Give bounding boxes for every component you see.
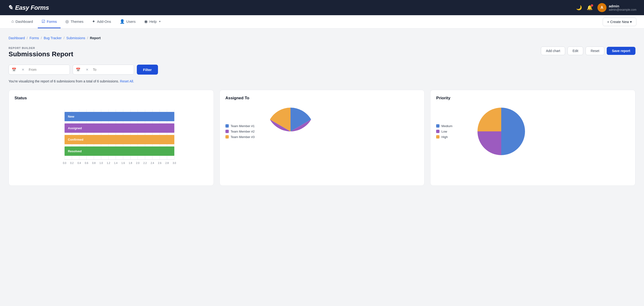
to-date-group: 📅 ✕ xyxy=(73,64,134,74)
priority-pie-area: Medium Low High xyxy=(436,105,630,158)
from-date-input[interactable] xyxy=(27,65,70,74)
bar-chart-svg: New Assigned Confirmed Resolved 0.0 0.2 … xyxy=(14,105,208,172)
forms-icon: ☑ xyxy=(42,19,45,24)
priority-legend: Medium Low High xyxy=(436,124,470,139)
nav-bar: ⌂ Dashboard ☑ Forms ◎ Themes ✦ Add-Ons 👤… xyxy=(0,15,644,28)
priority-pie-svg xyxy=(475,105,527,158)
status-chart-card: Status xyxy=(8,90,214,186)
save-report-button[interactable]: Save report xyxy=(607,47,636,55)
to-calendar-icon[interactable]: 📅 xyxy=(73,65,84,74)
nav-item-users[interactable]: 👤 Users xyxy=(116,15,140,28)
app-name: Easy Forms xyxy=(15,4,49,12)
legend-label-tm3: Team Member #3 xyxy=(231,135,255,139)
nav-item-dashboard[interactable]: ⌂ Dashboard xyxy=(8,15,37,28)
legend-item-tm2: Team Member #2 xyxy=(226,130,259,133)
legend-item-tm1: Team Member #1 xyxy=(226,124,259,128)
report-title-block: REPORT BUILDER Submissions Report xyxy=(8,46,73,58)
report-title: Submissions Report xyxy=(8,50,73,58)
nav-label-dashboard: Dashboard xyxy=(16,20,33,24)
breadcrumb: Dashboard / Forms / Bug Tracker / Submis… xyxy=(8,36,636,40)
legend-item-high: High xyxy=(436,135,470,139)
status-chart-title: Status xyxy=(14,96,208,100)
svg-text:Resolved: Resolved xyxy=(68,150,82,153)
assigned-to-pie-area: Team Member #1 Team Member #2 Team Membe… xyxy=(226,105,419,158)
chevron-down-icon: ▾ xyxy=(159,20,160,23)
nav-item-addons[interactable]: ✦ Add-Ons xyxy=(88,15,115,28)
from-calendar-icon[interactable]: 📅 xyxy=(9,65,19,74)
report-actions: Add chart Edit Reset Save report xyxy=(541,46,636,55)
top-header: ✎ Easy Forms 🌙 🔔 A admin admin@example.c… xyxy=(0,0,644,15)
home-icon: ⌂ xyxy=(12,19,14,24)
nav-label-help: Help xyxy=(150,20,157,24)
breadcrumb-bug-tracker[interactable]: Bug Tracker xyxy=(44,36,62,40)
svg-text:1.8: 1.8 xyxy=(129,162,132,164)
nav-item-themes[interactable]: ◎ Themes xyxy=(62,15,87,28)
to-clear-button[interactable]: ✕ xyxy=(84,65,91,74)
reset-all-link[interactable]: Reset All. xyxy=(120,79,134,83)
nav-label-addons: Add-Ons xyxy=(97,20,111,24)
svg-text:1.6: 1.6 xyxy=(122,162,125,164)
filter-row: 📅 ✕ 📅 ✕ Filter xyxy=(8,64,636,74)
nav-label-users: Users xyxy=(126,20,136,24)
app-logo: ✎ Easy Forms xyxy=(8,4,49,12)
assigned-to-title: Assigned To xyxy=(226,96,419,100)
nav-item-help[interactable]: ◉ Help ▾ xyxy=(140,15,164,28)
svg-text:Assigned: Assigned xyxy=(68,126,82,130)
breadcrumb-submissions[interactable]: Submissions xyxy=(66,36,85,40)
svg-text:3.0: 3.0 xyxy=(173,162,176,164)
help-icon: ◉ xyxy=(144,19,148,24)
dark-mode-button[interactable]: 🌙 xyxy=(576,5,582,10)
header-right: 🌙 🔔 A admin admin@example.com xyxy=(576,3,636,12)
report-header: REPORT BUILDER Submissions Report Add ch… xyxy=(8,46,636,58)
legend-dot-high xyxy=(436,135,440,138)
legend-dot-tm3 xyxy=(226,135,229,138)
assigned-to-legend: Team Member #1 Team Member #2 Team Membe… xyxy=(226,124,259,139)
svg-text:New: New xyxy=(68,115,74,118)
nav-left: ⌂ Dashboard ☑ Forms ◎ Themes ✦ Add-Ons 👤… xyxy=(8,15,164,28)
info-text: You're visualizing the report of 6 submi… xyxy=(8,79,636,83)
legend-dot-low xyxy=(436,130,440,133)
breadcrumb-current: Report xyxy=(90,36,101,40)
breadcrumb-forms[interactable]: Forms xyxy=(30,36,39,40)
addons-icon: ✦ xyxy=(92,19,95,24)
svg-text:1.4: 1.4 xyxy=(114,162,118,164)
breadcrumb-sep-2: / xyxy=(41,36,42,40)
nav-item-forms[interactable]: ☑ Forms xyxy=(38,15,61,28)
create-new-button[interactable]: + Create New ▾ xyxy=(603,18,636,26)
svg-text:2.8: 2.8 xyxy=(165,162,169,164)
add-chart-button[interactable]: Add chart xyxy=(541,46,565,55)
svg-text:1.2: 1.2 xyxy=(107,162,110,164)
filter-button[interactable]: Filter xyxy=(137,64,158,74)
svg-rect-16 xyxy=(64,112,174,121)
assigned-to-chart-card: Assigned To Team Member #1 Team Member #… xyxy=(220,90,425,186)
svg-text:0.6: 0.6 xyxy=(85,162,88,164)
charts-grid: Status xyxy=(8,90,636,186)
logo-icon: ✎ xyxy=(8,4,13,12)
svg-text:Confirmed: Confirmed xyxy=(68,138,84,141)
users-icon: 👤 xyxy=(120,19,125,24)
from-date-group: 📅 ✕ xyxy=(8,64,70,74)
breadcrumb-sep-3: / xyxy=(64,36,64,40)
breadcrumb-dashboard[interactable]: Dashboard xyxy=(8,36,25,40)
nav-label-forms: Forms xyxy=(47,20,57,24)
svg-text:2.6: 2.6 xyxy=(158,162,162,164)
assigned-to-pie-svg xyxy=(264,105,317,158)
notifications-button[interactable]: 🔔 xyxy=(587,5,593,10)
from-clear-button[interactable]: ✕ xyxy=(19,65,27,74)
create-new-label: + Create New ▾ xyxy=(607,20,632,24)
edit-button[interactable]: Edit xyxy=(568,46,583,55)
svg-text:0.8: 0.8 xyxy=(92,162,96,164)
priority-title: Priority xyxy=(436,96,630,100)
to-date-input[interactable] xyxy=(91,65,134,74)
themes-icon: ◎ xyxy=(65,19,69,24)
legend-item-low: Low xyxy=(436,130,470,133)
legend-label-tm1: Team Member #1 xyxy=(231,124,255,128)
status-bar-chart: New Assigned Confirmed Resolved 0.0 0.2 … xyxy=(14,105,208,180)
user-info: A admin admin@example.com xyxy=(598,3,636,12)
legend-label-low: Low xyxy=(441,130,447,133)
reset-button[interactable]: Reset xyxy=(586,46,604,55)
priority-chart-card: Priority Medium Low High xyxy=(430,90,636,186)
main-content: Dashboard / Forms / Bug Tracker / Submis… xyxy=(0,28,644,194)
legend-item-tm3: Team Member #3 xyxy=(226,135,259,139)
report-label: REPORT BUILDER xyxy=(8,46,73,50)
